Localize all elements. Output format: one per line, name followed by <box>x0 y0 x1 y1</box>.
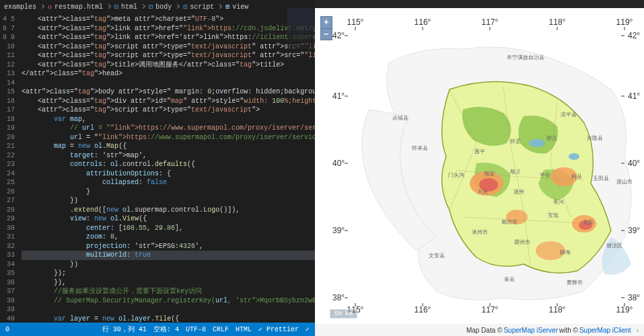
svg-text:霸州市: 霸州市 <box>514 239 530 245</box>
svg-text:唐山市: 唐山市 <box>616 179 633 185</box>
status-check[interactable]: ✓ <box>306 325 310 333</box>
breadcrumb-item[interactable]: examples <box>4 3 36 11</box>
status-prettier[interactable]: ✓ Prettier <box>258 325 299 333</box>
attribution-text: Map Data © <box>466 327 503 334</box>
svg-text:115°: 115° <box>347 17 364 27</box>
svg-text:118°: 118° <box>549 305 566 314</box>
svg-point-7 <box>529 139 545 147</box>
svg-text:塘沽区: 塘沽区 <box>606 243 622 249</box>
svg-text:41°: 41° <box>332 91 345 101</box>
breadcrumb-item[interactable]: body <box>155 3 172 11</box>
svg-text:静海: 静海 <box>560 249 571 255</box>
line-gutter: 4 5 6 7 8 9 10 11 12 13 14 15 16 17 18 1… <box>0 13 19 323</box>
zoom-out-button[interactable]: − <box>320 28 332 40</box>
svg-text:119°: 119° <box>616 17 633 27</box>
chevron-right-icon <box>140 3 146 11</box>
attribution-link-iclient[interactable]: SuperMap iClient <box>579 327 631 334</box>
svg-text:42°: 42° <box>628 31 640 40</box>
svg-text:玉田县: 玉田县 <box>593 175 609 181</box>
breadcrumb-item[interactable]: script <box>190 3 214 11</box>
attribution-text: with © <box>559 327 578 334</box>
svg-text:海淀: 海淀 <box>484 171 495 177</box>
svg-text:蓟县: 蓟县 <box>571 173 582 179</box>
breadcrumb-item[interactable]: html <box>121 3 137 11</box>
breadcrumb[interactable]: examples ◇restmap.html ⊡html ⊡body ⊡scri… <box>0 0 315 13</box>
svg-text:青县: 青县 <box>504 276 515 282</box>
attribution-link-iserver[interactable]: SuperMap iServer <box>503 327 558 334</box>
editor-pane: examples ◇restmap.html ⊡html ⊡body ⊡scri… <box>0 0 315 336</box>
svg-text:涿州市: 涿州市 <box>472 229 488 235</box>
breadcrumb-item[interactable]: restmap.html <box>55 3 103 11</box>
svg-text:40°: 40° <box>628 159 640 168</box>
attribution-collapse-icon[interactable]: › <box>637 327 639 334</box>
breadcrumb-item[interactable]: view <box>232 3 248 11</box>
code-content[interactable]: <attr">class="tag">meta attr">charset="U… <box>19 13 315 323</box>
svg-text:门头沟: 门头沟 <box>448 172 464 178</box>
svg-text:116°: 116° <box>415 17 431 27</box>
status-language[interactable]: HTML <box>236 326 252 333</box>
svg-text:117°: 117° <box>482 305 499 314</box>
svg-text:38°: 38° <box>628 293 640 302</box>
svg-text:通州: 通州 <box>513 189 524 195</box>
zoom-control: + − <box>320 16 332 40</box>
chevron-right-icon <box>106 3 112 11</box>
svg-text:文安县: 文安县 <box>429 253 445 259</box>
svg-text:滦平县: 滦平县 <box>561 112 577 118</box>
svg-text:廊坊市: 廊坊市 <box>501 219 517 225</box>
svg-text:119°: 119° <box>616 305 633 314</box>
statusbar: 0 行 30，列 41 空格: 4 UTF-8 CRLF HTML ✓ Pret… <box>0 323 315 336</box>
svg-text:丰宁满族自治县: 丰宁满族自治县 <box>507 54 544 60</box>
svg-text:黄骅市: 黄骅市 <box>567 280 583 286</box>
map-header <box>315 0 644 8</box>
map-canvas[interactable]: 丰宁满族自治县赤城县滦平县怀来县昌平怀柔密云兴隆县门头沟海淀顺义平谷蓟县玉田县唐… <box>315 8 644 324</box>
status-left[interactable]: 0 <box>5 326 9 333</box>
svg-text:宝坻: 宝坻 <box>548 212 559 218</box>
svg-text:40°: 40° <box>332 159 345 168</box>
svg-text:41°: 41° <box>628 91 640 101</box>
svg-text:平谷: 平谷 <box>540 172 550 178</box>
svg-text:北辰: 北辰 <box>583 219 594 225</box>
code-area[interactable]: 4 5 6 7 8 9 10 11 12 13 14 15 16 17 18 1… <box>0 13 315 323</box>
chevron-right-icon <box>39 3 45 11</box>
svg-text:顺义: 顺义 <box>510 169 521 175</box>
svg-text:117°: 117° <box>482 17 499 27</box>
svg-text:赤城县: 赤城县 <box>392 115 408 121</box>
map-pane: + − <box>315 0 644 336</box>
minimap[interactable] <box>287 8 314 48</box>
scale-bar: 50 km <box>330 309 357 319</box>
chevron-right-icon <box>174 3 180 11</box>
status-position[interactable]: 行 30，列 41 <box>102 325 147 334</box>
svg-text:兴隆县: 兴隆县 <box>587 135 603 141</box>
svg-text:昌平: 昌平 <box>474 149 485 155</box>
svg-text:118°: 118° <box>549 17 566 27</box>
svg-text:大兴: 大兴 <box>477 189 488 195</box>
svg-text:39°: 39° <box>628 226 640 235</box>
svg-text:香河: 香河 <box>553 199 564 205</box>
svg-text:怀柔: 怀柔 <box>509 138 521 144</box>
svg-text:116°: 116° <box>415 305 431 314</box>
status-spaces[interactable]: 空格: 4 <box>153 325 179 334</box>
svg-text:密云: 密云 <box>546 135 557 141</box>
zoom-in-button[interactable]: + <box>320 16 332 28</box>
svg-text:怀来县: 怀来县 <box>411 145 428 151</box>
attribution: Map Data © SuperMap iServer with © Super… <box>315 324 644 336</box>
svg-point-8 <box>569 153 579 160</box>
map-view[interactable]: + − <box>315 8 644 324</box>
status-eol[interactable]: CRLF <box>213 326 229 333</box>
chevron-right-icon <box>217 3 223 11</box>
svg-text:42°: 42° <box>332 31 345 40</box>
svg-text:38°: 38° <box>332 293 345 302</box>
status-encoding[interactable]: UTF-8 <box>186 326 206 333</box>
svg-text:39°: 39° <box>332 226 345 235</box>
